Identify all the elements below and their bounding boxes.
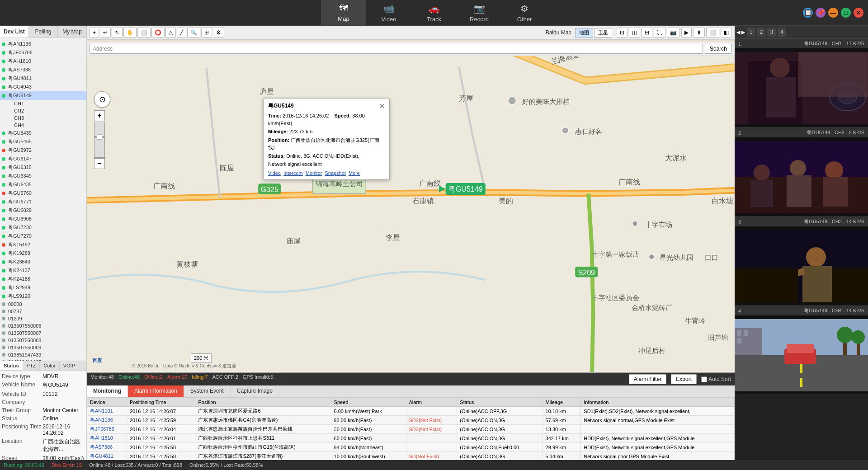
bottom-tab-monitoring[interactable]: Monitoring <box>87 385 128 397</box>
tree-item-ch1[interactable]: CH1 <box>0 100 86 107</box>
tree-item-gu6829[interactable]: 粤GU6829 <box>0 206 86 215</box>
tree-item-ls9120[interactable]: 粤LS9120 <box>0 292 86 301</box>
map-search-button[interactable]: Search <box>705 44 732 54</box>
camera-image-2[interactable] <box>735 137 868 216</box>
tree-item-k15492[interactable]: 粤K15492 <box>0 240 86 249</box>
tree-item-ch3[interactable]: CH3 <box>0 114 86 122</box>
tree-item-gu4943[interactable]: 粤GU4943 <box>0 83 86 91</box>
tree-item-an1136[interactable]: 粤AN1136 <box>0 40 86 48</box>
camera-image-1[interactable] <box>735 48 868 127</box>
map-ctrl-btn4[interactable]: ⛶ <box>654 28 665 38</box>
tree-item-gu6349[interactable]: 粤GU6349 <box>0 172 86 180</box>
map-zoom-in[interactable]: + <box>94 110 105 121</box>
cam-btn-1[interactable]: 1 <box>747 28 755 37</box>
tree-item-gu6771[interactable]: 粤GU6771 <box>0 197 86 206</box>
map-area[interactable]: + ↩ ↖ ✋ ⬜ ⭕ △ ╱ 🔍 ⊞ ⚙ Baidu Map 地图 卫星 <box>87 26 735 372</box>
tree-item-ls2949[interactable]: 粤LS2949 <box>0 283 86 292</box>
export-button[interactable]: Export <box>671 374 697 384</box>
table-row[interactable]: 粤AH1810 2016-12-16 14:26:01 广西壮族自治区桂林市上思… <box>87 434 735 443</box>
sidebar-tab-polling[interactable]: Polling <box>29 26 58 38</box>
nav-item-map[interactable]: 🗺 Map <box>321 0 366 26</box>
map-btn-zoom-area[interactable]: 🔍 <box>187 28 200 38</box>
map-compass[interactable]: ⊙ <box>94 91 110 108</box>
tree-item-k19288[interactable]: 粤K19288 <box>0 249 86 258</box>
popup-link-video[interactable]: Video <box>268 170 281 176</box>
tree-item-jf06786[interactable]: 粤JF06786 <box>0 48 86 57</box>
cam-btn-3[interactable]: 3 <box>767 28 776 37</box>
map-ctrl-btn5[interactable]: 📷 <box>667 28 680 38</box>
map-btn-line[interactable]: ╱ <box>177 28 186 38</box>
map-ctrl-btn3[interactable]: ⊟ <box>642 28 652 38</box>
info-tab-status[interactable]: Status <box>0 361 23 370</box>
tree-item-ch2[interactable]: CH2 <box>0 107 86 114</box>
map-ctrl-btn9[interactable]: ◧ <box>721 28 732 38</box>
popup-link-monitor[interactable]: Monitor <box>306 170 322 176</box>
tree-item-k23643[interactable]: 粤K23643 <box>0 258 86 266</box>
bottom-tab-capture[interactable]: Capture Image <box>231 385 279 397</box>
map-ctrl-btn8[interactable]: ⬜ <box>706 28 719 38</box>
cam-btn-2[interactable]: 2 <box>757 28 766 37</box>
map-btn-cursor[interactable]: ↖ <box>112 28 123 38</box>
window-btn-1[interactable]: 🔲 <box>803 8 813 18</box>
window-minimize[interactable]: — <box>828 8 838 18</box>
tree-item-gu5439[interactable]: 粤GU5439 <box>0 129 86 137</box>
info-tab-voip[interactable]: VOIP <box>60 361 79 370</box>
bottom-tab-system[interactable]: System Event <box>184 385 231 397</box>
window-maximize[interactable]: □ <box>841 8 851 18</box>
map-address-input[interactable] <box>90 44 703 54</box>
map-btn-grid[interactable]: ⊞ <box>201 28 212 38</box>
bottom-tab-alarm[interactable]: Alarm Information <box>128 385 184 397</box>
tree-item-d013507550009[interactable]: 013507550009 <box>0 344 86 351</box>
popup-link-intercom[interactable]: Intercom <box>283 170 303 176</box>
info-tab-ptz[interactable]: PTZ <box>23 361 40 370</box>
cam-btn-4[interactable]: 4 <box>778 28 786 37</box>
tree-item-d013507550006[interactable]: 013507550006 <box>0 322 86 329</box>
window-btn-2[interactable]: 📌 <box>816 8 826 18</box>
map-ctrl-btn1[interactable]: ⊡ <box>617 28 627 38</box>
sidebar-tab-mymap[interactable]: My Map <box>58 26 86 38</box>
tree-item-ch4[interactable]: CH4 <box>0 122 86 129</box>
map-btn-hand[interactable]: ✋ <box>123 28 137 38</box>
tree-item-gu5149[interactable]: 粤GU5149 <box>0 91 86 100</box>
map-btn-plus[interactable]: + <box>90 28 99 38</box>
tree-item-k24137[interactable]: 粤K24137 <box>0 266 86 275</box>
tree-item-gu6760[interactable]: 粤GU6760 <box>0 189 86 197</box>
map-type-map-btn[interactable]: 地图 <box>575 28 593 38</box>
tree-item-gu6908[interactable]: 粤GU6908 <box>0 215 86 223</box>
tree-item-as7386[interactable]: 粤AS7386 <box>0 66 86 74</box>
tree-item-gu6315[interactable]: 粤GU6315 <box>0 163 86 172</box>
tree-item-d013507550007[interactable]: 013507550007 <box>0 329 86 337</box>
tree-item-gu6435[interactable]: 粤GU6435 <box>0 180 86 189</box>
alarm-filter-button[interactable]: Alarm Filter <box>629 374 666 384</box>
map-canvas[interactable]: 兰海高速 兰海高速 广南线 广南线 广南线 S209 <box>87 55 735 372</box>
window-close[interactable]: ✕ <box>854 8 863 18</box>
tree-item-gu4811[interactable]: 粤GU4811 <box>0 74 86 83</box>
sidebar-tab-devlist[interactable]: Dev List <box>0 26 29 38</box>
auto-sort-checkbox[interactable]: Auto Sort <box>701 374 731 384</box>
tree-item-gu5465[interactable]: 粤GU5465 <box>0 137 86 146</box>
info-tab-color[interactable]: Color <box>40 361 59 370</box>
table-row[interactable]: 粤GU4811 2016-12-16 14:25:58 广东省湛江市廉江市S28… <box>87 452 735 461</box>
tree-item-d013507550008[interactable]: 013507550008 <box>0 337 86 344</box>
nav-item-record[interactable]: 📷 Record <box>457 0 502 26</box>
nav-item-video[interactable]: 📹 Video <box>366 0 411 26</box>
table-row[interactable]: 粤AN1101 2016-12-16 14:26:07 广东省深圳市龙岗区爱元路… <box>87 407 735 416</box>
tree-item-k24188[interactable]: 粤K24188 <box>0 275 86 283</box>
tree-item-gu5972[interactable]: 粤GU5972 <box>0 146 86 155</box>
map-btn-circle[interactable]: ⭕ <box>151 28 165 38</box>
table-row[interactable]: 粤AN1136 2016-12-16 14:25:59 广东省惠远市佛冈县G4(… <box>87 416 735 425</box>
map-btn-back[interactable]: ↩ <box>100 28 111 38</box>
tree-item-d01209[interactable]: 01209 <box>0 315 86 322</box>
popup-close-button[interactable]: ✕ <box>379 103 385 110</box>
popup-link-snapshot[interactable]: Snapshot <box>325 170 345 176</box>
tree-item-ah1810[interactable]: 粤AH1810 <box>0 57 86 66</box>
camera-image-4[interactable] <box>735 315 868 395</box>
map-ctrl-btn2[interactable]: ◫ <box>629 28 640 38</box>
map-zoom-slider[interactable] <box>94 122 105 158</box>
table-row[interactable]: 粤JF06786 2016-12-16 14:26:04 湖北省恩施土家族苗族自… <box>87 425 735 434</box>
map-btn-poly[interactable]: △ <box>165 28 176 38</box>
nav-item-track[interactable]: 🚗 Track <box>411 0 457 26</box>
popup-link-more[interactable]: More <box>349 170 360 176</box>
map-ctrl-btn7[interactable]: ⏸ <box>693 28 705 38</box>
map-btn-rect[interactable]: ⬜ <box>137 28 151 38</box>
